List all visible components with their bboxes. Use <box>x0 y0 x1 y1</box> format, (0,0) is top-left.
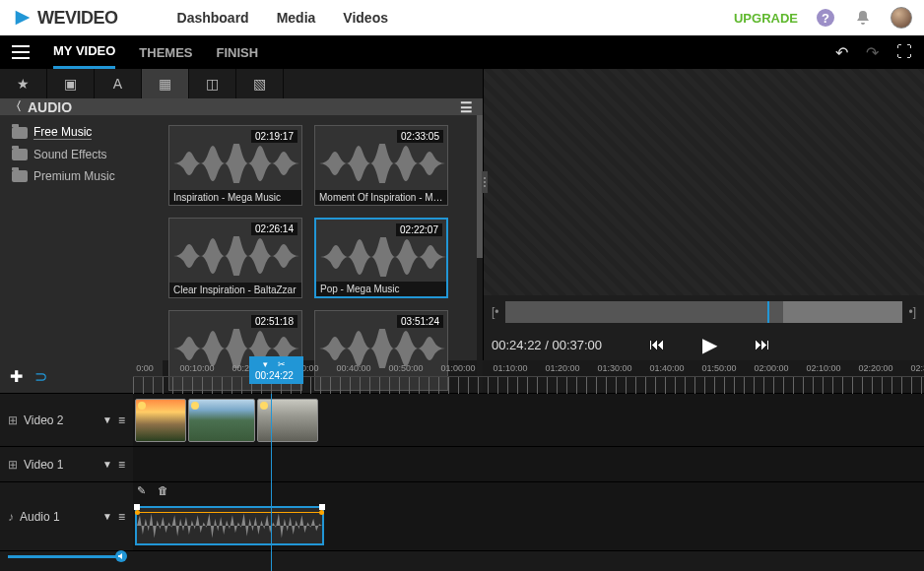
ruler-tick: 01:50:00 <box>701 363 736 373</box>
track-body[interactable] <box>133 394 924 446</box>
clip-duration: 02:19:17 <box>251 130 297 143</box>
sidebar-free-music[interactable]: Free Music <box>0 121 163 144</box>
folder-icon <box>12 170 28 182</box>
preview-viewport <box>484 69 924 295</box>
panel-resize-handle[interactable] <box>482 171 488 193</box>
audio-clip-thumb[interactable]: 02:26:14Clear Inspiration - BaltaZzar <box>168 218 302 298</box>
scrub-bar[interactable] <box>505 301 903 323</box>
clip-handle-left[interactable] <box>134 504 140 510</box>
magnet-icon[interactable]: ⊃ <box>34 367 47 386</box>
clip-duration: 02:22:07 <box>396 223 442 236</box>
bell-icon[interactable] <box>853 8 873 28</box>
folder-star-icon[interactable]: ▣ <box>47 69 95 98</box>
clip-duration: 03:51:24 <box>397 315 443 328</box>
audio-clip-thumb[interactable]: 02:22:07Pop - Mega Music <box>314 218 448 298</box>
playhead-line[interactable] <box>271 394 272 571</box>
scrollbar[interactable] <box>477 115 483 401</box>
logo-icon <box>12 7 33 29</box>
nav-dashboard[interactable]: Dashboard <box>177 10 249 26</box>
fullscreen-icon[interactable]: ⛶ <box>896 43 912 61</box>
cut-icon[interactable]: ✂ <box>278 359 286 369</box>
ruler-tick: 02:20:00 <box>858 363 892 373</box>
volume-slider[interactable] <box>8 555 125 558</box>
audio-clip-thumb[interactable]: 02:19:17Inspiration - Mega Music <box>168 125 302 206</box>
ruler-tick: 01:00:00 <box>440 363 475 373</box>
sidebar-sound-effects[interactable]: Sound Effects <box>0 144 163 165</box>
timeline: ✚ ⊃ 0:0000:10:0000:20:0000:30:0000:40:00… <box>0 360 924 563</box>
svg-text:?: ? <box>822 11 829 26</box>
clip-duration: 02:33:05 <box>397 130 443 143</box>
mark-out-icon[interactable]: •] <box>908 305 916 319</box>
prev-icon[interactable]: ⏮ <box>649 336 665 353</box>
list-view-icon[interactable]: ☰ <box>460 99 473 115</box>
ruler-tick: 02:30:00 <box>910 363 924 373</box>
text-icon[interactable]: A <box>95 69 142 98</box>
playhead-time: 00:24:22 <box>255 370 294 381</box>
menu-icon[interactable] <box>12 45 30 59</box>
ruler-tick: 01:10:00 <box>493 363 527 373</box>
ruler-tick: 0:00 <box>136 363 154 373</box>
video-clip[interactable] <box>135 399 186 442</box>
track-video2: ⊞ Video 2 ▼ ≡ <box>0 394 924 447</box>
avatar[interactable] <box>891 7 912 29</box>
audio-clip[interactable] <box>135 506 324 545</box>
star-icon[interactable]: ★ <box>0 69 47 98</box>
folder-icon <box>12 149 28 160</box>
mark-in-icon[interactable]: [• <box>492 305 499 319</box>
audio-clip-thumb[interactable]: 02:33:05Moment Of Inspiration - Mega... <box>314 125 448 206</box>
track-menu-icon[interactable]: ≡ <box>118 458 125 472</box>
image2-icon[interactable]: ◫ <box>189 69 236 98</box>
track-menu-icon[interactable]: ≡ <box>118 413 125 427</box>
video-clip[interactable] <box>188 399 255 442</box>
play-icon[interactable]: ▶ <box>702 333 717 356</box>
chevron-down-icon[interactable]: ▼ <box>102 459 112 470</box>
image3-icon[interactable]: ▧ <box>236 69 284 98</box>
logo[interactable]: WEVIDEO <box>12 7 118 29</box>
image-icon[interactable]: ▦ <box>142 69 189 98</box>
redo-icon[interactable]: ↷ <box>866 43 879 62</box>
trash-icon[interactable]: 🗑 <box>158 484 168 497</box>
tab-my-video[interactable]: MY VIDEO <box>53 35 115 69</box>
track-menu-icon[interactable]: ≡ <box>118 510 125 524</box>
pencil-icon[interactable]: ✎ <box>137 484 146 497</box>
nav-media[interactable]: Media <box>277 10 316 26</box>
clip-handle-right[interactable] <box>319 504 325 510</box>
folder-icon <box>12 127 28 139</box>
video-track-icon: ⊞ <box>8 458 18 472</box>
upgrade-link[interactable]: UPGRADE <box>734 11 798 26</box>
audio-track-icon: ♪ <box>8 510 14 524</box>
next-icon[interactable]: ⏭ <box>755 336 770 353</box>
clip-grid: 02:19:17Inspiration - Mega Music02:33:05… <box>163 115 483 401</box>
help-icon[interactable]: ? <box>816 8 835 28</box>
track-body[interactable]: ✎ 🗑 <box>133 482 924 550</box>
speaker-icon[interactable] <box>115 550 127 562</box>
ruler-tick: 02:00:00 <box>754 363 788 373</box>
add-track-icon[interactable]: ✚ <box>10 367 23 386</box>
panel-title: AUDIO <box>28 99 72 115</box>
tab-finish[interactable]: FINISH <box>217 37 259 68</box>
tab-themes[interactable]: THEMES <box>139 37 192 68</box>
sidebar-premium-music[interactable]: Premium Music <box>0 165 163 187</box>
media-toolbar: ★ ▣ A ▦ ◫ ▧ <box>0 69 483 98</box>
video-clip[interactable] <box>257 399 318 442</box>
clip-duration: 02:51:18 <box>251 315 297 328</box>
logo-text: WEVIDEO <box>37 8 118 29</box>
marker-icon[interactable]: ▾ <box>263 359 268 369</box>
chevron-down-icon[interactable]: ▼ <box>102 414 112 425</box>
media-panel: ★ ▣ A ▦ ◫ ▧ 〈 AUDIO ☰ Free Music Sound E… <box>0 69 483 360</box>
audio-sidebar: Free Music Sound Effects Premium Music <box>0 115 163 401</box>
track-body[interactable] <box>133 447 924 481</box>
clip-duration: 02:26:14 <box>251 222 297 235</box>
playhead-flag[interactable]: ▾✂ 00:24:22 <box>249 356 303 384</box>
volume-envelope[interactable] <box>137 512 322 513</box>
track-audio1: ♪ Audio 1 ▼ ≡ ✎ 🗑 <box>0 482 924 551</box>
ruler-tick: 00:40:00 <box>336 363 370 373</box>
clip-title: Clear Inspiration - BaltaZzar <box>169 283 301 297</box>
chevron-down-icon[interactable]: ▼ <box>102 511 112 522</box>
chevron-left-icon[interactable]: 〈 <box>10 98 22 115</box>
nav-videos[interactable]: Videos <box>343 10 388 26</box>
ruler-tick: 01:30:00 <box>597 363 631 373</box>
track-video1: ⊞ Video 1 ▼ ≡ <box>0 447 924 482</box>
timeline-ruler[interactable]: 0:0000:10:0000:20:0000:30:0000:40:0000:5… <box>133 360 924 393</box>
undo-icon[interactable]: ↶ <box>835 43 848 62</box>
